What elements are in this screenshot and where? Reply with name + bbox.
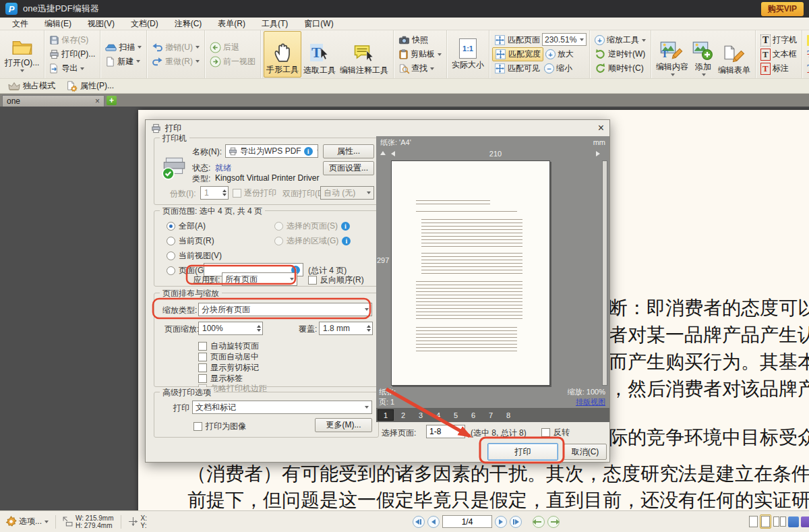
page-cell-4[interactable]: 4 [430,409,446,421]
corner-tool-icon-2[interactable] [801,516,809,527]
previous-view-button[interactable] [533,516,545,528]
stepper-arrows[interactable] [257,325,261,332]
exclusive-mode-button[interactable]: 独占模式 [4,80,59,92]
invert-checkbox[interactable]: 反转 [541,427,570,438]
page-cell-1[interactable]: 1 [378,409,394,421]
range-current-page-radio[interactable]: 当前页(R) [167,235,214,247]
previous-page-button[interactable] [427,516,440,528]
printer-properties-button[interactable]: 属性... [323,144,374,158]
clipboard-button[interactable]: 剪贴板 [396,47,444,61]
range-all-radio[interactable]: 全部(A) [167,220,206,232]
cancel-button[interactable]: 取消(C) [564,444,607,460]
menu-file[interactable]: 文件 [4,18,36,30]
fit-visible-button[interactable]: 匹配可见 [492,61,542,76]
range-selected-area-radio[interactable]: 选择的区域(G)i [274,235,351,247]
hand-tool-button[interactable]: 手形工具 [264,31,301,78]
reverse-order-checkbox[interactable]: 反向顺序(R) [308,274,364,286]
collate-checkbox[interactable]: 逐份打印 [233,187,276,199]
first-page-button[interactable] [413,516,425,528]
next-view-button[interactable] [547,516,560,528]
rotate-cw-button[interactable]: 顺时针(C) [593,61,648,76]
single-page-layout-button[interactable] [749,516,758,527]
highlight-button[interactable]: T高亮 [805,33,809,47]
tab-close-icon[interactable]: × [95,98,100,105]
overlap-stepper[interactable]: 1.8 mm [319,322,373,335]
page-number-input[interactable] [442,515,492,528]
previous-view-button[interactable]: 前一视图 [208,55,258,69]
scale-type-select[interactable]: 分块所有页面 [198,303,372,316]
range-selected-pages-radio[interactable]: 选择的页面(S)i [274,220,350,232]
range-current-view-radio[interactable]: 当前视图(V) [167,250,222,262]
preview-scrollbar[interactable] [602,160,607,386]
next-page-button[interactable] [495,516,507,528]
menu-view[interactable]: 视图(V) [80,18,123,30]
print-what-select[interactable]: 文档和标记 [192,401,372,414]
page-cell-3[interactable]: 3 [413,409,429,421]
apply-to-select[interactable]: 所有页面 [222,272,297,286]
new-button[interactable]: 新建 [103,55,144,69]
edit-content-button[interactable]: T 编辑内容 [654,31,690,78]
rotate-ccw-button[interactable]: 逆时针(W) [593,47,648,61]
menu-form[interactable]: 表单(R) [210,18,253,30]
page-cell-7[interactable]: 7 [483,409,499,421]
fit-width-button[interactable]: 匹配宽度 [492,47,543,61]
options-button[interactable]: 选项... [5,516,49,527]
underline-button[interactable]: T下划线 [805,61,809,76]
document-tab[interactable]: one × [2,95,104,107]
printer-name-select[interactable]: 导出为WPS PDF i [225,144,318,158]
corner-tool-icon-1[interactable] [788,516,799,527]
page-cell-5[interactable]: 5 [448,409,464,421]
open-button[interactable]: 打开(O)... [3,35,41,73]
save-button[interactable]: 保存(S) [47,33,97,47]
zoom-tool-button[interactable]: +缩放工具 [593,33,648,47]
redo-button[interactable]: 重做(R) [150,55,202,69]
callout-button[interactable]: T标注 [758,61,799,76]
buy-vip-button[interactable]: 购买VIP [761,2,804,16]
page-cell-2[interactable]: 2 [395,409,411,421]
select-pages-input[interactable] [426,425,465,438]
two-page-layout-button[interactable] [773,516,786,527]
strikeout-button[interactable]: T删除线 [805,47,809,61]
duplex-select[interactable]: 自动 (无) [320,186,374,200]
page-scale-stepper[interactable]: 100% [198,322,263,335]
page-setup-button[interactable]: 页面设置... [323,161,374,175]
menu-edit[interactable]: 编辑(E) [36,18,80,30]
print-confirm-button[interactable]: 打印 [487,443,558,461]
page-cell-6[interactable]: 6 [465,409,481,421]
print-button[interactable]: 打印(P)... [47,47,97,61]
find-button[interactable]: 查找 [396,61,444,76]
continuous-layout-button[interactable] [760,514,771,529]
layout-view-link[interactable]: 排版视图 [576,397,605,407]
stepper-arrows[interactable] [367,325,371,332]
typewriter-button[interactable]: T打字机 [758,33,799,47]
copies-stepper[interactable]: 1 [200,186,229,200]
zoom-level-select[interactable]: 230.51% [542,33,587,46]
dialog-close-button[interactable]: × [598,123,604,133]
undo-button[interactable]: 撤销(U) [150,40,202,55]
textbox-button[interactable]: T文本框 [758,47,799,61]
zoom-out-button[interactable]: −缩小 [542,61,574,76]
snapshot-button[interactable]: 快照 [396,33,444,47]
auto-center-checkbox[interactable]: 页面自动居中 [198,351,259,363]
back-button[interactable]: 后退 [208,40,258,55]
add-button[interactable]: 添加 [690,31,716,78]
scan-button[interactable]: 扫描 [103,40,144,55]
zoom-in-button[interactable]: +放大 [543,47,576,61]
menu-window[interactable]: 窗口(W) [296,18,341,30]
properties-button[interactable]: 属性(P)... [62,80,118,92]
auto-rotate-checkbox[interactable]: 自动旋转页面 [198,341,259,352]
page-cell-8[interactable]: 8 [500,409,516,421]
actual-size-button[interactable]: 1:1 实际大小 [450,37,486,72]
menu-annotate[interactable]: 注释(C) [167,18,210,30]
edit-annotation-tool-button[interactable]: 编辑注释工具 [338,31,390,78]
crop-marks-checkbox[interactable]: 显示剪切标记 [198,362,259,374]
menu-document[interactable]: 文档(D) [123,18,167,30]
fit-page-button[interactable]: 匹配页面 [492,33,542,47]
new-tab-button[interactable]: + [107,96,117,105]
dialog-title-bar[interactable]: 打印 × [146,120,609,136]
select-tool-button[interactable]: T 选取工具 [301,31,338,78]
stepper-arrows[interactable] [222,189,227,196]
last-page-button[interactable] [510,516,522,528]
export-button[interactable]: 导出 [47,61,97,76]
menu-tools[interactable]: 工具(T) [253,18,296,30]
